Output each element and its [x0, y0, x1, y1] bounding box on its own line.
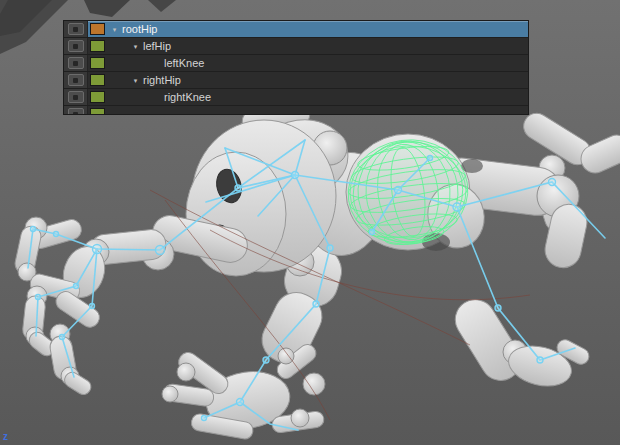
outliner-row[interactable] — [64, 106, 528, 114]
outliner-row-label: rootHip — [122, 23, 157, 35]
outliner-row[interactable]: ▾ lefHip — [64, 38, 528, 55]
expand-arrow-icon[interactable]: ▾ — [130, 77, 141, 84]
toggle-dot — [73, 27, 78, 32]
outliner-row-label: rightHip — [143, 74, 181, 86]
indent-wrap: rightKnee — [105, 91, 211, 103]
joint-hierarchy-panel: ▾ rootHip ▾ lefHip leftKnee — [64, 21, 528, 114]
toggle-column — [64, 55, 88, 71]
layer-color-swatch[interactable] — [90, 40, 105, 52]
row-body[interactable] — [88, 106, 528, 114]
layer-color-swatch[interactable] — [90, 91, 105, 103]
toggle-column — [64, 72, 88, 88]
visibility-toggle-icon[interactable] — [68, 91, 84, 103]
axis-z-label: z — [3, 431, 8, 442]
toggle-dot — [73, 78, 78, 83]
expand-arrow-icon[interactable]: ▾ — [109, 26, 120, 33]
visibility-toggle-icon[interactable] — [68, 40, 84, 52]
outliner-row-label: lefHip — [143, 40, 171, 52]
visibility-toggle-icon[interactable] — [68, 108, 84, 114]
outliner-row[interactable]: ▾ rootHip — [64, 21, 528, 38]
indent-wrap: ▾ lefHip — [105, 40, 171, 52]
toggle-column — [64, 38, 88, 54]
row-body[interactable]: ▾ rootHip — [88, 21, 528, 37]
outliner-row[interactable]: leftKnee — [64, 55, 528, 72]
outliner-row[interactable]: rightKnee — [64, 89, 528, 106]
toggle-column — [64, 21, 88, 37]
outliner-row-label: leftKnee — [164, 57, 204, 69]
toggle-column — [64, 106, 88, 114]
toggle-dot — [73, 95, 78, 100]
outliner-row[interactable]: ▾ rightHip — [64, 72, 528, 89]
indent-wrap: leftKnee — [105, 57, 204, 69]
toggle-dot — [73, 44, 78, 49]
visibility-toggle-icon[interactable] — [68, 74, 84, 86]
visibility-toggle-icon[interactable] — [68, 23, 84, 35]
layer-color-swatch[interactable] — [90, 108, 105, 114]
indent-wrap: ▾ rightHip — [105, 74, 181, 86]
toggle-column — [64, 89, 88, 105]
row-body[interactable]: ▾ lefHip — [88, 38, 528, 54]
layer-color-swatch[interactable] — [90, 57, 105, 69]
row-body[interactable]: ▾ rightHip — [88, 72, 528, 88]
toggle-dot — [73, 112, 78, 115]
toggle-dot — [73, 61, 78, 66]
robot-model[interactable] — [13, 101, 620, 440]
viewport-3d[interactable]: ▾ rootHip ▾ lefHip leftKnee — [0, 0, 620, 445]
outliner-row-label: rightKnee — [164, 91, 211, 103]
layer-color-swatch[interactable] — [90, 23, 105, 35]
expand-arrow-icon[interactable]: ▾ — [130, 43, 141, 50]
visibility-toggle-icon[interactable] — [68, 57, 84, 69]
layer-color-swatch[interactable] — [90, 74, 105, 86]
row-body[interactable]: leftKnee — [88, 55, 528, 71]
row-body[interactable]: rightKnee — [88, 89, 528, 105]
indent-wrap: ▾ rootHip — [105, 23, 157, 35]
